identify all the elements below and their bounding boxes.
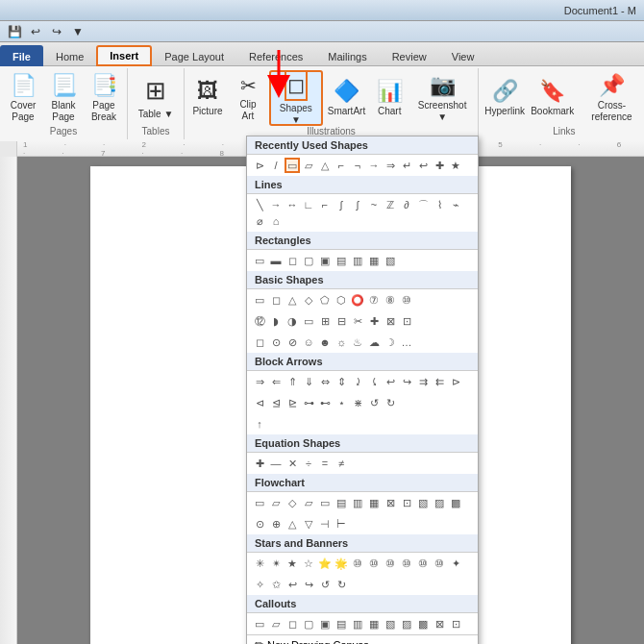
fc14[interactable]: ⊙	[252, 516, 267, 532]
eq1[interactable]: ✚	[252, 456, 267, 471]
bs29[interactable]: ☽	[383, 334, 398, 350]
shape-return-arrow[interactable]: ↩	[415, 158, 431, 173]
save-button[interactable]: 💾	[6, 23, 23, 40]
fc5[interactable]: ▭	[317, 495, 333, 510]
fc10[interactable]: ⊡	[399, 495, 414, 510]
line-arrow[interactable]: →	[268, 197, 284, 212]
fc4[interactable]: ▱	[301, 495, 316, 510]
bs9[interactable]: ⑧	[383, 292, 398, 308]
line-scribble[interactable]: ℤ	[383, 197, 398, 212]
ba7[interactable]: ⤸	[350, 374, 365, 389]
bs12[interactable]: ◗	[268, 313, 284, 329]
sb19[interactable]: ↻	[334, 577, 349, 592]
bs23[interactable]: ⊘	[285, 334, 300, 350]
shape-parallelogram[interactable]: ▱	[301, 158, 316, 173]
hyperlink-button[interactable]: 🔗 Hyperlink	[483, 70, 527, 126]
eq4[interactable]: ÷	[301, 456, 316, 471]
ba20[interactable]: ⋇	[350, 395, 365, 410]
sb5[interactable]: ⭐	[317, 556, 333, 571]
line-connector[interactable]: ⌁	[448, 197, 463, 212]
sb4[interactable]: ☆	[301, 556, 316, 571]
line-elbow-arrow[interactable]: ⌐	[317, 197, 333, 212]
bs15[interactable]: ⊞	[317, 313, 333, 329]
bs11[interactable]: ⑫	[252, 313, 267, 329]
fc13[interactable]: ▩	[448, 495, 463, 510]
bs5[interactable]: ⬠	[317, 292, 333, 308]
ba10[interactable]: ↪	[399, 374, 414, 389]
fc18[interactable]: ⊣	[317, 516, 333, 532]
ba13[interactable]: ⊳	[448, 374, 463, 389]
sb12[interactable]: ⑩	[432, 556, 447, 571]
bs16[interactable]: ⊟	[334, 313, 349, 329]
bs17[interactable]: ✂	[350, 313, 365, 329]
fc11[interactable]: ▧	[415, 495, 431, 510]
clip-art-button[interactable]: ✂ ClipArt	[229, 70, 267, 126]
co9[interactable]: ▧	[383, 616, 398, 632]
line-freeform[interactable]: ~	[366, 197, 382, 212]
bs6[interactable]: ⬡	[334, 292, 349, 308]
redo-button[interactable]: ↪	[48, 23, 65, 40]
ba2[interactable]: ⇐	[268, 374, 284, 389]
bs25[interactable]: ☻	[317, 334, 333, 350]
rect4[interactable]: ▢	[301, 253, 316, 268]
ba6[interactable]: ⇕	[334, 374, 349, 389]
shape-triangle[interactable]: △	[317, 158, 333, 173]
line-curve[interactable]: ∫	[334, 197, 349, 212]
sb18[interactable]: ↺	[317, 577, 333, 592]
blank-page-button[interactable]: 📃 BlankPage	[44, 70, 83, 126]
bs30[interactable]: …	[399, 334, 414, 350]
bs8[interactable]: ⑦	[366, 292, 382, 308]
fc7[interactable]: ▥	[350, 495, 365, 510]
rect7[interactable]: ▥	[350, 253, 365, 268]
co13[interactable]: ⊡	[448, 616, 463, 632]
ba22[interactable]: ↻	[383, 395, 398, 410]
bs7[interactable]: ⭕	[350, 292, 365, 308]
bs4[interactable]: ◇	[301, 292, 316, 308]
bs1[interactable]: ▭	[252, 292, 267, 308]
sb16[interactable]: ↩	[285, 577, 300, 592]
rect1[interactable]: ▭	[252, 253, 267, 268]
fc17[interactable]: ▽	[301, 516, 316, 532]
bs22[interactable]: ⊙	[268, 334, 284, 350]
table-button[interactable]: ⊞ Table ▼	[132, 70, 180, 126]
fc1[interactable]: ▭	[252, 495, 267, 510]
rect6[interactable]: ▤	[334, 253, 349, 268]
bookmark-button[interactable]: 🔖 Bookmark	[529, 70, 576, 126]
line-elbow[interactable]: ∟	[301, 197, 316, 212]
smartart-button[interactable]: 🔷 SmartArt	[325, 70, 369, 126]
shapes-button[interactable]: ◻ Shapes ▼	[269, 70, 323, 126]
tab-mailings[interactable]: Mailings	[315, 45, 379, 66]
fc19[interactable]: ⊢	[334, 516, 349, 532]
sb1[interactable]: ✳	[252, 556, 267, 571]
picture-button[interactable]: 🖼 Picture	[188, 70, 227, 126]
ba8[interactable]: ⤹	[366, 374, 382, 389]
co1[interactable]: ▭	[252, 616, 267, 632]
bs18[interactable]: ✚	[366, 313, 382, 329]
eq6[interactable]: ≠	[334, 456, 349, 471]
ba9[interactable]: ↩	[383, 374, 398, 389]
fc2[interactable]: ▱	[268, 495, 284, 510]
ba16[interactable]: ⊵	[285, 395, 300, 410]
line-arc[interactable]: ⌒	[415, 197, 431, 212]
ba21[interactable]: ↺	[366, 395, 382, 410]
sb11[interactable]: ⑩	[415, 556, 431, 571]
ba12[interactable]: ⇇	[432, 374, 447, 389]
tab-insert[interactable]: Insert	[96, 45, 152, 66]
line-zigzag[interactable]: ⌇	[432, 197, 447, 212]
fc16[interactable]: △	[285, 516, 300, 532]
bs21[interactable]: ◻	[252, 334, 267, 350]
rect2[interactable]: ▬	[268, 253, 284, 268]
tab-file[interactable]: File	[0, 45, 43, 66]
sb10[interactable]: ⑩	[399, 556, 414, 571]
tab-review[interactable]: Review	[380, 45, 439, 66]
undo-button[interactable]: ↩	[27, 23, 44, 40]
co7[interactable]: ▥	[350, 616, 365, 632]
co5[interactable]: ▣	[317, 616, 333, 632]
shape-callout2[interactable]: ¬	[350, 158, 365, 173]
page-break-button[interactable]: 📑 PageBreak	[85, 70, 123, 126]
bs3[interactable]: △	[285, 292, 300, 308]
fc6[interactable]: ▤	[334, 495, 349, 510]
shape-arrow-cursor[interactable]: ⊳	[252, 158, 267, 173]
tab-home[interactable]: Home	[43, 45, 96, 66]
shape-cross[interactable]: ✚	[432, 158, 447, 173]
